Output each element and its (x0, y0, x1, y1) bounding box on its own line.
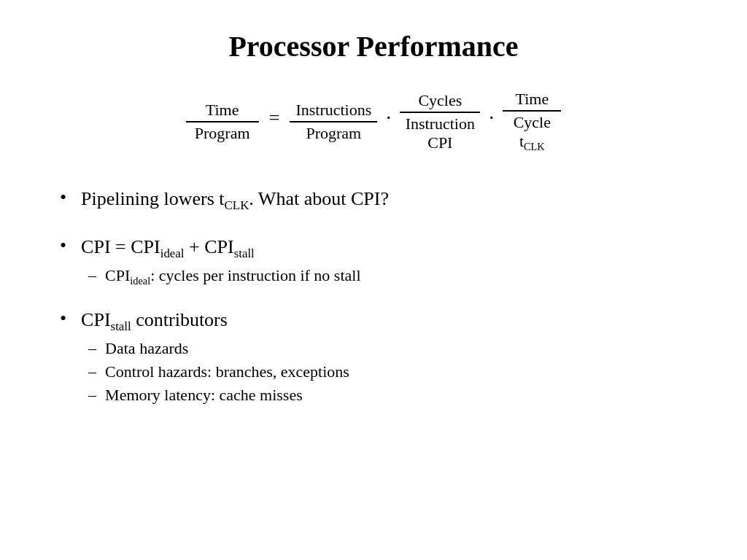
denominator-program2: Program (306, 122, 361, 143)
bullet-dot-1: • (60, 187, 66, 209)
sub-bullet-3-3: – Memory latency: cache misses (88, 386, 349, 405)
numerator-time: Time (186, 101, 259, 122)
denominator-program: Program (195, 122, 250, 143)
formula-section: Time Program = Instructions Program · Cy… (183, 90, 565, 153)
bullet-text-3: CPIstall contributors (81, 308, 349, 335)
fraction-cycles-instruction: Cycles Instruction (400, 91, 480, 133)
cycles-cpi-group: Cycles Instruction CPI (397, 91, 483, 152)
sub-text-3-2: Control hazards: branches, exceptions (105, 362, 349, 381)
sub-text-2-1: CPIideal: cycles per instruction if no s… (105, 266, 360, 287)
bullet-dot-2: • (60, 235, 66, 257)
bullet-item-1: • Pipelining lowers tCLK. What about CPI… (60, 187, 687, 214)
numerator-cycles: Cycles (400, 91, 480, 113)
fraction-time-cycle: Time Cycle (503, 90, 561, 132)
sub-dash-3-1: – (88, 339, 96, 358)
sub-bullet-3-2: – Control hazards: branches, exceptions (88, 362, 349, 381)
equals-sign: = (269, 107, 280, 136)
time-tclk-group: Time Cycle tCLK (500, 90, 564, 153)
sub-dash-3-2: – (88, 362, 96, 381)
dot-operator-1: · (386, 106, 391, 137)
bullet-item-3: • CPIstall contributors – Data hazards –… (60, 308, 687, 405)
cpi-label: CPI (427, 133, 452, 152)
sub-text-3-1: Data hazards (105, 339, 188, 358)
denominator-cycle: Cycle (514, 112, 551, 132)
sub-dash-3-3: – (88, 386, 96, 405)
sub-dash-2-1: – (88, 266, 96, 285)
bullet-dot-3: • (60, 308, 66, 330)
sub-bullet-3-1: – Data hazards (88, 339, 349, 358)
page-title: Processor Performance (228, 29, 518, 63)
fraction-instructions-program: Instructions Program (290, 101, 377, 143)
bullet-content-1: Pipelining lowers tCLK. What about CPI? (81, 187, 389, 214)
bullet-text-2: CPI = CPIideal + CPIstall (81, 235, 360, 262)
bullet-item-2: • CPI = CPIideal + CPIstall – CPIideal: … (60, 235, 687, 288)
bullet-section: • Pipelining lowers tCLK. What about CPI… (60, 187, 687, 425)
denominator-instruction: Instruction (406, 113, 475, 133)
bullet-content-3: CPIstall contributors – Data hazards – C… (81, 308, 349, 405)
tclk-label: tCLK (519, 132, 545, 153)
sub-text-3-3: Memory latency: cache misses (105, 386, 303, 405)
fraction-time-program: Time Program (186, 101, 259, 143)
numerator-time2: Time (503, 90, 561, 112)
bullet-text-1: Pipelining lowers tCLK. What about CPI? (81, 187, 389, 214)
dot-operator-2: · (489, 106, 494, 137)
sub-bullet-2-1: – CPIideal: cycles per instruction if no… (88, 266, 360, 287)
bullet-content-2: CPI = CPIideal + CPIstall – CPIideal: cy… (81, 235, 360, 288)
numerator-instructions: Instructions (290, 101, 377, 122)
